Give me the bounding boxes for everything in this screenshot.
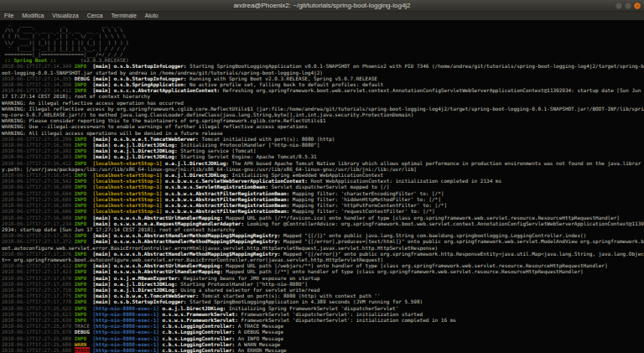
log-line: 2018-06-17T17:27:17,775 INFO [main] o.s.… [2, 293, 644, 298]
log-line: 2018-06-17T17:27:16,542 INFO [localhost-… [2, 178, 644, 184]
log-line: 2018-06-17T17:27:17,710 INFO [main] o.a.… [2, 287, 644, 293]
menu-bar: FileModificaVisualizzaCercaTerminaleAiut… [0, 12, 644, 20]
log-line: WARNING: An illegal reflective access op… [2, 100, 644, 106]
menu-item-cerca[interactable]: Cerca [83, 12, 107, 20]
banner-caption: :: Spring Boot :: [2, 57, 56, 63]
log-line: 2018-06-17T17:27:14,355 DEBUG [main] o.s… [2, 75, 644, 81]
log-line: 2018-06-17T17:27:16,392 INFO [main] o.a.… [2, 148, 644, 153]
log-line: 2018-06-17T17:27:16,605 INFO [localhost-… [2, 196, 644, 202]
log-line: 2018-06-17T17:27:16,605 INFO [localhost-… [2, 202, 644, 208]
log-line: WARNING: All illegal access operations w… [2, 130, 644, 136]
log-line: 2018-06-17T17:27:25,680 INFO [http-nio-8… [2, 335, 644, 341]
log-line: 2018-06-17T17:27:17,372 INFO [main] o.s.… [2, 238, 644, 250]
log-line: 2018-06-17T17:27:16,606 INFO [localhost-… [2, 208, 644, 214]
window-controls: − ◻ ✕ [615, 3, 641, 9]
log-line: 2018-06-17T17:27:17,695 INFO [main] o.a.… [2, 281, 644, 287]
log-line: 2018-06-17T17:27:25,623 INFO [http-nio-8… [2, 311, 644, 317]
log-line: 2018-06-17T17:27:17,361 INFO [main] o.s.… [2, 232, 644, 238]
log-line: WARNING: Please consider reporting this … [2, 117, 644, 123]
menu-item-file[interactable]: File [0, 12, 18, 20]
log-line: 2018-06-17T17:27:14,412 INFO [main] o.s.… [2, 87, 644, 99]
menu-item-terminale[interactable]: Terminale [106, 12, 140, 20]
log-line: 2018-06-17T17:27:25,680 ERROR [http-nio-… [2, 347, 644, 353]
log-line: 2018-06-17T17:27:16,299 INFO [main] o.s.… [2, 136, 644, 142]
log-line: WARNING: Illegal reflective access by or… [2, 106, 644, 117]
window-titlebar[interactable]: andrea@Phoenix2: ~/git/tutorials/spring-… [0, 0, 644, 12]
menu-item-visualizza[interactable]: Visualizza [48, 12, 82, 20]
log-line: 2018-06-17T17:27:16,393 INFO [main] o.a.… [2, 153, 644, 159]
maximize-icon[interactable]: ◻ [625, 3, 631, 9]
minimize-icon[interactable]: − [615, 3, 622, 9]
menu-item-modifica[interactable]: Modifica [18, 12, 48, 20]
log-line: 2018-06-17T17:27:25,679 DEBUG [http-nio-… [2, 329, 644, 335]
spring-boot-banner: . ____ _ __ _ _ /\\ / ___'_ __ _ _(_)_ _… [2, 21, 644, 63]
banner-art: . ____ _ __ _ _ /\\ / ___'_ __ _ _(_)_ _… [2, 21, 129, 57]
log-line: 2018-06-17T17:27:25,622 INFO [http-nio-8… [2, 305, 644, 311]
log-line: WARNING: Use --illegal-access=warn to en… [2, 123, 644, 129]
log-line: 2018-06-17T17:27:25,639 INFO [http-nio-8… [2, 317, 644, 323]
log-line: 2018-06-17T17:27:17,423 INFO [main] o.s.… [2, 268, 644, 274]
terminal-log: 2018-06-17T17:27:14,349 INFO [main] o.s.… [2, 63, 644, 353]
log-line: 2018-06-17T17:27:14,349 INFO [main] o.s.… [2, 63, 644, 75]
log-line: 2018-06-17T17:27:14,356 INFO [main] o.s.… [2, 81, 644, 87]
log-line: 2018-06-17T17:27:16,600 INFO [localhost-… [2, 184, 644, 189]
banner-version: (v2.0.3.RELEASE) [80, 57, 129, 63]
window-title: andrea@Phoenix2: ~/git/tutorials/spring-… [233, 0, 410, 12]
log-line: 2018-06-17T17:27:17,376 INFO [main] o.s.… [2, 251, 644, 262]
log-line: 2018-06-17T17:27:17,422 INFO [main] o.s.… [2, 262, 644, 268]
log-line: 2018-06-17T17:27:16,541 INFO [localhost-… [2, 172, 644, 178]
menu-item-aiuto[interactable]: Aiuto [141, 12, 163, 20]
log-line: 2018-06-17T17:27:25,680 WARN [http-nio-8… [2, 341, 644, 347]
log-line: 2018-06-17T17:27:17,670 INFO [main] o.s.… [2, 275, 644, 281]
log-line: 2018-06-17T17:27:16,604 INFO [localhost-… [2, 190, 644, 196]
log-line: 2018-06-17T17:27:16,356 INFO [main] o.a.… [2, 142, 644, 148]
log-line: 2018-06-17T17:27:17,234 INFO [main] o.s.… [2, 221, 644, 232]
log-line: 2018-06-17T17:27:16,412 INFO [localhost-… [2, 160, 644, 172]
log-line: 2018-06-17T17:27:16,980 INFO [main] o.s.… [2, 215, 644, 221]
terminal[interactable]: . ____ _ __ _ _ /\\ / ___'_ __ _ _(_)_ _… [0, 20, 644, 353]
log-line: 2018-06-17T17:27:17,778 INFO [main] o.s.… [2, 298, 644, 304]
close-icon[interactable]: ✕ [634, 3, 641, 9]
log-line: 2018-06-17T17:27:25,679 TRACE [http-nio-… [2, 323, 644, 329]
